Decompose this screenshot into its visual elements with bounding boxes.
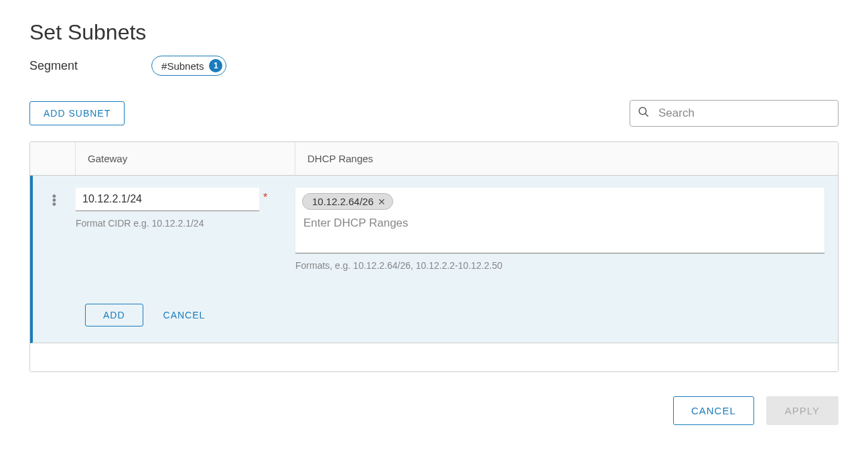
search-icon: [638, 106, 650, 121]
close-icon[interactable]: ✕: [378, 196, 386, 207]
dhcp-hint: Formats, e.g. 10.12.2.64/26, 10.12.2.2-1…: [295, 260, 824, 271]
subnets-count-badge: 1: [209, 59, 222, 72]
search-input[interactable]: [630, 100, 839, 127]
dialog-title: Set Subnets: [29, 20, 839, 45]
dialog-footer: CANCEL APPLY: [29, 396, 839, 425]
segment-label: Segment: [29, 59, 78, 73]
kebab-icon[interactable]: •••: [52, 194, 56, 326]
subnets-table: Gateway DHCP Ranges ••• * Format CIDR e.…: [29, 141, 839, 372]
header-gateway: Gateway: [76, 142, 295, 175]
add-subnet-button[interactable]: ADD SUBNET: [29, 101, 125, 125]
subnets-pill-label: #Subnets: [161, 60, 204, 72]
apply-button[interactable]: APPLY: [766, 396, 839, 425]
row-actions-cell: •••: [33, 188, 76, 326]
cancel-button[interactable]: CANCEL: [673, 396, 754, 425]
toolbar: ADD SUBNET: [29, 100, 839, 127]
table-row: ••• * Format CIDR e.g. 10.12.2.1/24 10.1…: [30, 176, 838, 343]
gateway-hint: Format CIDR e.g. 10.12.2.1/24: [76, 218, 282, 229]
subnets-pill[interactable]: #Subnets 1: [151, 56, 226, 76]
dhcp-ranges-input[interactable]: [302, 214, 818, 233]
dhcp-ranges-box[interactable]: 10.12.2.64/26 ✕: [295, 188, 824, 253]
required-asterisk: *: [263, 192, 267, 204]
header-dhcp: DHCP Ranges: [295, 142, 838, 175]
row-cancel-button[interactable]: CANCEL: [163, 310, 206, 320]
svg-point-0: [639, 107, 646, 115]
svg-line-1: [645, 113, 648, 117]
dhcp-tag-label: 10.12.2.64/26: [312, 196, 374, 207]
gateway-input[interactable]: [76, 188, 259, 211]
set-subnets-dialog: Set Subnets Segment #Subnets 1 ADD SUBNE…: [0, 0, 868, 445]
header-actions: [30, 142, 76, 175]
dhcp-tag: 10.12.2.64/26 ✕: [302, 193, 393, 210]
table-header: Gateway DHCP Ranges: [30, 142, 838, 176]
search-wrap: [630, 100, 839, 127]
dhcp-cell: 10.12.2.64/26 ✕ Formats, e.g. 10.12.2.64…: [295, 188, 838, 326]
row-add-button[interactable]: ADD: [85, 304, 143, 326]
table-empty-space: [30, 343, 838, 371]
row-action-buttons: ADD CANCEL: [85, 304, 205, 326]
segment-row: Segment #Subnets 1: [29, 56, 839, 76]
